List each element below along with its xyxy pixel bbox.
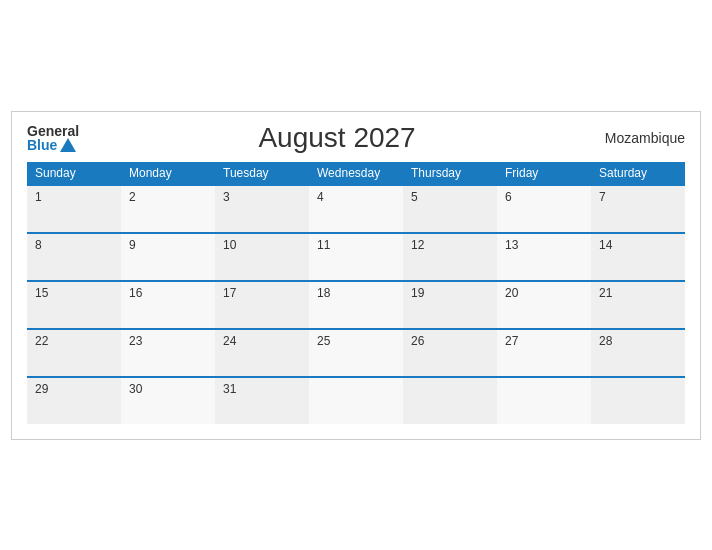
day-cell: 18 (309, 281, 403, 329)
day-cell: 11 (309, 233, 403, 281)
calendar-header-row: SundayMondayTuesdayWednesdayThursdayFrid… (27, 162, 685, 185)
day-cell: 13 (497, 233, 591, 281)
day-cell (591, 377, 685, 424)
day-cell: 31 (215, 377, 309, 424)
day-cell: 17 (215, 281, 309, 329)
day-cell: 22 (27, 329, 121, 377)
header-tuesday: Tuesday (215, 162, 309, 185)
logo-triangle-icon (60, 138, 76, 152)
day-cell: 23 (121, 329, 215, 377)
day-cell: 15 (27, 281, 121, 329)
day-cell: 7 (591, 185, 685, 233)
header-monday: Monday (121, 162, 215, 185)
day-cell: 8 (27, 233, 121, 281)
day-cell: 25 (309, 329, 403, 377)
day-cell: 27 (497, 329, 591, 377)
logo: General Blue (27, 124, 79, 152)
week-row-4: 22232425262728 (27, 329, 685, 377)
calendar-country: Mozambique (595, 130, 685, 146)
day-cell: 26 (403, 329, 497, 377)
day-cell: 28 (591, 329, 685, 377)
day-cell: 3 (215, 185, 309, 233)
day-cell: 30 (121, 377, 215, 424)
days-header-row: SundayMondayTuesdayWednesdayThursdayFrid… (27, 162, 685, 185)
calendar-title: August 2027 (79, 122, 595, 154)
week-row-2: 891011121314 (27, 233, 685, 281)
header-friday: Friday (497, 162, 591, 185)
day-cell (309, 377, 403, 424)
day-cell (403, 377, 497, 424)
day-cell (497, 377, 591, 424)
header-sunday: Sunday (27, 162, 121, 185)
calendar-grid: SundayMondayTuesdayWednesdayThursdayFrid… (27, 162, 685, 424)
day-cell: 20 (497, 281, 591, 329)
calendar-body: 1234567891011121314151617181920212223242… (27, 185, 685, 424)
day-cell: 6 (497, 185, 591, 233)
day-cell: 1 (27, 185, 121, 233)
day-cell: 5 (403, 185, 497, 233)
day-cell: 4 (309, 185, 403, 233)
day-cell: 9 (121, 233, 215, 281)
day-cell: 2 (121, 185, 215, 233)
week-row-1: 1234567 (27, 185, 685, 233)
header-saturday: Saturday (591, 162, 685, 185)
day-cell: 16 (121, 281, 215, 329)
day-cell: 19 (403, 281, 497, 329)
header-wednesday: Wednesday (309, 162, 403, 185)
header-thursday: Thursday (403, 162, 497, 185)
day-cell: 12 (403, 233, 497, 281)
logo-blue-text: Blue (27, 138, 57, 152)
day-cell: 29 (27, 377, 121, 424)
day-cell: 24 (215, 329, 309, 377)
calendar-container: General Blue August 2027 Mozambique Sund… (11, 111, 701, 440)
week-row-3: 15161718192021 (27, 281, 685, 329)
calendar-header: General Blue August 2027 Mozambique (27, 122, 685, 154)
day-cell: 14 (591, 233, 685, 281)
logo-general-text: General (27, 124, 79, 138)
week-row-5: 293031 (27, 377, 685, 424)
day-cell: 10 (215, 233, 309, 281)
day-cell: 21 (591, 281, 685, 329)
